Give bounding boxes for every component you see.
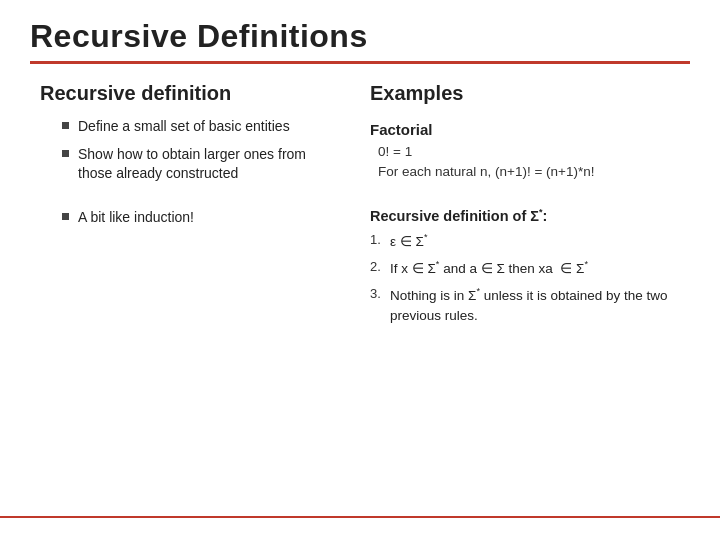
- slide: Recursive Definitions Recursive definiti…: [0, 0, 720, 540]
- list-item: Define a small set of basic entities: [62, 117, 340, 137]
- list-item: 2. If x ∈ Σ* and a ∈ Σ then xa ∈ Σ*: [370, 258, 680, 278]
- sigma-text-1: ε ∈ Σ*: [390, 231, 680, 251]
- sigma-heading: Recursive definition of Σ*:: [370, 207, 680, 224]
- bottom-rule: [0, 516, 720, 518]
- sigma-num-2: 2.: [370, 258, 390, 277]
- list-item: 1. ε ∈ Σ*: [370, 231, 680, 251]
- bullet-text-3: A bit like induction!: [78, 208, 340, 228]
- sigma-section: Recursive definition of Σ*: 1. ε ∈ Σ* 2.…: [370, 207, 680, 326]
- slide-title: Recursive Definitions: [30, 18, 368, 55]
- factorial-section: Factorial 0! = 1 For each natural n, (n+…: [370, 121, 680, 183]
- left-heading: Recursive definition: [40, 82, 340, 105]
- sigma-list: 1. ε ∈ Σ* 2. If x ∈ Σ* and a ∈ Σ then xa…: [370, 231, 680, 325]
- bullet-group-1: Define a small set of basic entities Sho…: [40, 117, 340, 184]
- right-column: Examples Factorial 0! = 1 For each natur…: [370, 82, 680, 332]
- content-area: Recursive definition Define a small set …: [30, 82, 690, 332]
- factorial-title: Factorial: [370, 121, 680, 138]
- sub-bullet-list: Define a small set of basic entities Sho…: [62, 117, 340, 184]
- bullet-group-2: A bit like induction!: [40, 208, 340, 228]
- sub-bullet-list-2: A bit like induction!: [62, 208, 340, 228]
- sigma-text-2: If x ∈ Σ* and a ∈ Σ then xa ∈ Σ*: [390, 258, 680, 278]
- sigma-num-3: 3.: [370, 285, 390, 304]
- left-column: Recursive definition Define a small set …: [40, 82, 340, 332]
- bullet-text-2: Show how to obtain larger ones from thos…: [78, 145, 340, 184]
- bullet-text-1: Define a small set of basic entities: [78, 117, 340, 137]
- top-rule: [30, 61, 690, 64]
- list-item: Show how to obtain larger ones from thos…: [62, 145, 340, 184]
- sigma-text-3: Nothing is in Σ* unless it is obtained b…: [390, 285, 680, 325]
- sigma-num-1: 1.: [370, 231, 390, 250]
- list-item: A bit like induction!: [62, 208, 340, 228]
- bullet-square-icon: [62, 150, 69, 157]
- bullet-square-icon: [62, 213, 69, 220]
- title-area: Recursive Definitions: [30, 18, 690, 55]
- factorial-line-2: For each natural n, (n+1)! = (n+1)*n!: [378, 162, 680, 182]
- list-item: 3. Nothing is in Σ* unless it is obtaine…: [370, 285, 680, 325]
- factorial-line-1: 0! = 1: [378, 142, 680, 162]
- bullet-square-icon: [62, 122, 69, 129]
- examples-heading: Examples: [370, 82, 680, 105]
